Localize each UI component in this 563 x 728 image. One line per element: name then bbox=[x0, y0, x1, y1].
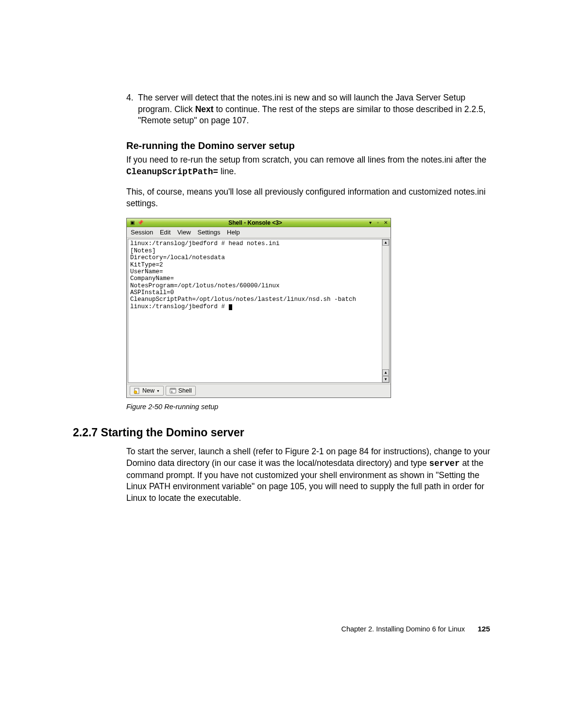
list-number: 4. bbox=[126, 92, 138, 127]
close-icon[interactable]: ✕ bbox=[382, 219, 389, 226]
window-menu-icon[interactable]: ▣ bbox=[129, 219, 136, 226]
shell-icon: $ bbox=[170, 387, 176, 394]
code-server: server bbox=[429, 459, 460, 468]
list-text: The server will detect that the notes.in… bbox=[138, 92, 490, 127]
footer-page-number: 125 bbox=[478, 625, 490, 633]
maximize-icon[interactable]: ▫ bbox=[375, 219, 381, 226]
figure-caption: Figure 2-50 Re-running setup bbox=[126, 403, 490, 411]
konsole-title: Shell - Konsole <3> bbox=[144, 219, 367, 226]
konsole-titlebar[interactable]: ▣ 📌 Shell - Konsole <3> ▾ ▫ ✕ bbox=[127, 218, 391, 227]
new-tab-icon bbox=[134, 387, 140, 394]
scroll-up2-icon[interactable]: ▲ bbox=[382, 369, 389, 376]
tab-new-label: New bbox=[142, 387, 154, 394]
pin-icon[interactable]: 📌 bbox=[137, 219, 144, 226]
konsole-menubar: Session Edit View Settings Help bbox=[127, 227, 391, 238]
scroll-up-icon[interactable]: ▲ bbox=[382, 239, 389, 246]
scrollbar[interactable]: ▲ ▲ ▼ bbox=[382, 239, 389, 382]
dropdown-icon: ▼ bbox=[156, 389, 160, 393]
paragraph-rerun-1: If you need to re-run the setup from scr… bbox=[126, 154, 490, 178]
page-footer: Chapter 2. Installing Domino 6 for Linux… bbox=[341, 625, 490, 633]
list-item-4: 4. The server will detect that the notes… bbox=[126, 92, 490, 127]
scroll-down-icon[interactable]: ▼ bbox=[382, 376, 389, 382]
terminal-output[interactable]: linux:/translog/jbedford # head notes.in… bbox=[128, 239, 382, 382]
menu-help[interactable]: Help bbox=[227, 229, 240, 236]
code-cleanupscriptpath: CleanupScriptPath= bbox=[126, 167, 218, 177]
svg-point-1 bbox=[134, 391, 137, 394]
menu-settings[interactable]: Settings bbox=[197, 229, 220, 236]
konsole-window: ▣ 📌 Shell - Konsole <3> ▾ ▫ ✕ Session Ed… bbox=[126, 218, 391, 398]
paragraph-rerun-2: This, of course, means you'll lose all p… bbox=[126, 186, 490, 209]
paragraph-starting: To start the server, launch a shell (ref… bbox=[126, 446, 490, 504]
heading-starting-server: 2.2.7 Starting the Domino server bbox=[73, 426, 490, 439]
konsole-tabbar: New ▼ $ Shell bbox=[127, 384, 391, 397]
tab-shell[interactable]: $ Shell bbox=[166, 386, 196, 396]
footer-chapter: Chapter 2. Installing Domino 6 for Linux bbox=[341, 625, 465, 633]
menu-edit[interactable]: Edit bbox=[160, 229, 171, 236]
cursor-icon bbox=[229, 304, 232, 310]
text-bold-next: Next bbox=[195, 104, 214, 114]
menu-view[interactable]: View bbox=[177, 229, 191, 236]
minimize-icon[interactable]: ▾ bbox=[367, 219, 374, 226]
text: If you need to re-run the setup from scr… bbox=[126, 155, 486, 165]
tab-new[interactable]: New ▼ bbox=[130, 386, 164, 396]
text: line. bbox=[218, 166, 236, 176]
menu-session[interactable]: Session bbox=[131, 229, 153, 236]
terminal-text: linux:/translog/jbedford # head notes.in… bbox=[130, 240, 356, 310]
heading-rerunning: Re-running the Domino server setup bbox=[126, 140, 490, 151]
tab-shell-label: Shell bbox=[178, 387, 192, 394]
svg-rect-3 bbox=[170, 388, 176, 390]
